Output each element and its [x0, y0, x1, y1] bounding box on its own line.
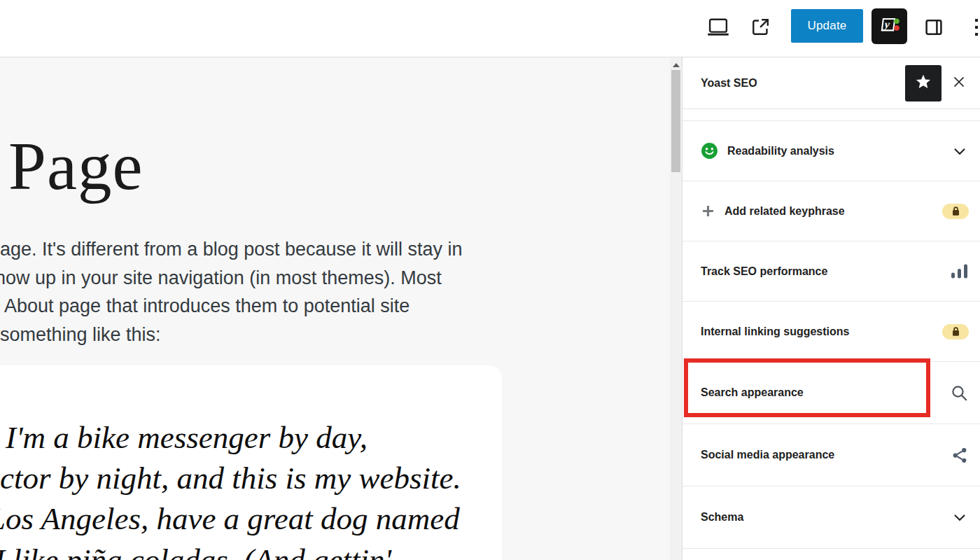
yoast-seo-plugin-button[interactable]: y [872, 8, 907, 44]
canvas-scrollbar[interactable] [670, 57, 682, 560]
premium-lock-badge [942, 204, 969, 219]
paragraph-line: how up in your site navigation (in most … [0, 264, 463, 293]
quote-line: Los Angeles, have a great dog named [0, 500, 460, 537]
quote-line: I like piña coladas. (And gettin' [0, 542, 391, 560]
sidebar-item-label: Add related keyphrase [724, 205, 845, 218]
share-icon [951, 447, 969, 464]
sidebar-item-track-seo-performance[interactable]: Track SEO performance [682, 241, 980, 302]
ellipsis-vertical-icon [966, 17, 980, 40]
sidebar-item-label: Readability analysis [727, 145, 834, 158]
plus-icon [701, 204, 715, 218]
premium-lock-badge [942, 324, 969, 340]
sidebar-item-label: Schema [701, 511, 743, 524]
chevron-down-icon [951, 142, 969, 160]
sidebar-item-social-media-appearance[interactable]: Social media appearance [682, 424, 980, 486]
editor-canvas[interactable]: Page age. It's different from a blog pos… [0, 57, 670, 560]
sidebar-item-search-appearance[interactable]: Search appearance [682, 362, 980, 424]
quote-line: I'm a bike messenger by day, [6, 419, 368, 456]
paragraph-line: something like this: [0, 321, 463, 349]
sidebar-item-label: Track SEO performance [701, 265, 827, 278]
sidebar-item-label: Internal linking suggestions [701, 326, 849, 338]
settings-sidebar-toggle-button[interactable] [918, 13, 949, 43]
sidebar-toggle-icon [923, 16, 945, 41]
sidebar-item-label: Social media appearance [701, 449, 834, 461]
yoast-logo-icon: y [876, 12, 903, 41]
external-link-icon [749, 16, 771, 41]
sidebar-item-label: Search appearance [701, 386, 804, 399]
yoast-seo-sidebar: Yoast SEO Readab [682, 57, 980, 560]
pin-plugin-button[interactable] [905, 65, 941, 102]
sidebar-item-add-related-keyphrase[interactable]: Add related keyphrase [682, 181, 980, 241]
paragraph-line: About page that introduces them to poten… [4, 292, 463, 321]
paragraph-block[interactable]: age. It's different from a blog post bec… [0, 235, 463, 349]
close-sidebar-button[interactable] [944, 69, 974, 98]
sidebar-title: Yoast SEO [701, 77, 905, 90]
readability-smiley-icon [701, 142, 718, 160]
collapsed-panel-edge [682, 109, 980, 121]
preview-new-tab-button[interactable] [745, 13, 776, 43]
sidebar-header: Yoast SEO [682, 57, 980, 109]
page-title[interactable]: Page [8, 127, 144, 205]
chevron-down-icon [951, 508, 969, 526]
editor-top-bar: Update y [0, 0, 980, 57]
sidebar-item-readability-analysis[interactable]: Readability analysis [682, 121, 980, 181]
bar-chart-icon [951, 263, 969, 279]
search-icon [950, 384, 969, 402]
paragraph-line: age. It's different from a blog post bec… [0, 235, 463, 264]
view-button[interactable] [703, 13, 734, 43]
desktop-preview-icon [706, 17, 730, 40]
scrollbar-up-arrow-icon[interactable] [673, 63, 680, 67]
update-button[interactable]: Update [791, 9, 863, 43]
sidebar-item-schema[interactable]: Schema [682, 486, 980, 549]
quote-line: ctor by night, and this is my website. [0, 460, 461, 496]
close-icon [951, 74, 967, 92]
sidebar-item-internal-linking-suggestions[interactable]: Internal linking suggestions [682, 302, 980, 362]
scrollbar-thumb[interactable] [671, 70, 680, 172]
options-menu-button[interactable] [965, 13, 980, 43]
star-icon [914, 73, 932, 93]
